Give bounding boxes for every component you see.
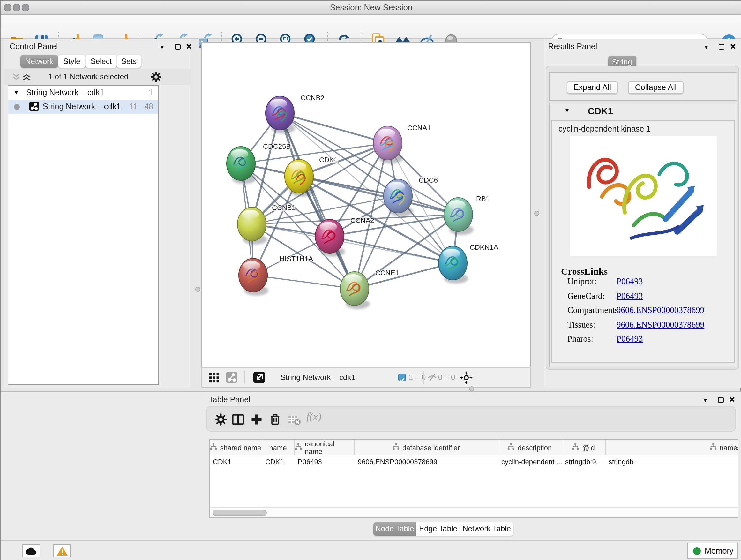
fit-selected-crosshair-icon[interactable]: [459, 371, 473, 384]
node-HIST1H1A[interactable]: HIST1H1A: [239, 255, 313, 296]
table-header-row: shared namenamecanonical namedatabase id…: [210, 440, 738, 455]
expand-all-button[interactable]: Expand All: [567, 81, 618, 94]
panel-close-icon[interactable]: ✕: [729, 42, 738, 51]
crosslink-link[interactable]: P06493: [616, 334, 643, 344]
node-CCNE1[interactable]: CCNE1: [340, 269, 399, 309]
column-header-@id[interactable]: @id: [562, 440, 605, 455]
network-options-gear-icon[interactable]: [151, 71, 161, 82]
network-node-count: 11: [130, 100, 138, 114]
node-CCNB2[interactable]: CCNB2: [265, 94, 324, 133]
network-canvas[interactable]: CCNB2CCNA1CDC25BCDK1CDC6RB1CCNB1CCNA2CDK…: [201, 42, 531, 367]
tab-node-table[interactable]: Node Table: [374, 522, 416, 536]
table-horizontal-scrollbar[interactable]: [210, 507, 738, 517]
tab-network[interactable]: Network: [20, 55, 58, 68]
edge[interactable]: [253, 275, 354, 289]
scrollbar-thumb[interactable]: [212, 509, 266, 516]
crosslink-value: P06493: [616, 276, 643, 287]
node-gloss: [242, 210, 259, 219]
selection-checkbox[interactable]: [398, 373, 406, 381]
node-card-header[interactable]: ▾ CDK1: [549, 104, 737, 120]
edges-layer: [241, 113, 458, 289]
show-columns-icon[interactable]: [232, 413, 245, 426]
cloud-button[interactable]: [22, 544, 40, 557]
column-header-description[interactable]: description: [498, 440, 562, 455]
panel-menu-icon[interactable]: ▾: [158, 43, 166, 52]
delete-table-icon[interactable]: [288, 413, 300, 426]
collection-count: 1: [149, 85, 153, 100]
column-header-canonical-name[interactable]: canonical name: [294, 440, 354, 455]
tab-select[interactable]: Select: [85, 55, 117, 68]
tab-network-table[interactable]: Network Table: [460, 522, 513, 536]
birds-eye-view-icon[interactable]: [208, 372, 219, 383]
crosslink-link[interactable]: 9606.ENSP00000378699: [616, 320, 704, 329]
crosslink-link[interactable]: 9606.ENSP00000378699: [616, 305, 704, 315]
crosslink-value: P06493: [616, 334, 643, 344]
table-cell[interactable]: cyclin-dependent ...: [498, 455, 562, 469]
table-cell[interactable]: stringdb: [605, 455, 738, 469]
table-cell[interactable]: CDK1: [262, 455, 294, 469]
node-RB1[interactable]: RB1: [444, 195, 489, 235]
table-panel-title: Table Panel: [209, 395, 251, 404]
delete-column-icon[interactable]: [269, 413, 281, 426]
column-header-shared-name[interactable]: shared name: [210, 440, 262, 455]
network-overview-icon[interactable]: [226, 372, 237, 383]
crosslink-link[interactable]: P06493: [616, 291, 643, 300]
network-collection-row[interactable]: ▾ String Network – cdk1 1: [8, 85, 158, 100]
table-cell[interactable]: 9606.ENSP00000378699: [354, 455, 498, 469]
collapse-all-button[interactable]: Collapse All: [628, 81, 684, 94]
network-row[interactable]: String Network – cdk1 11 48: [8, 100, 158, 114]
node-CDK1[interactable]: CDK1: [284, 156, 338, 197]
tab-edge-table[interactable]: Edge Table: [416, 522, 460, 536]
panel-float-icon[interactable]: [173, 43, 182, 52]
panel-close-icon[interactable]: ✕: [728, 395, 737, 404]
window-title: Session: New Session: [1, 3, 741, 12]
panel-menu-icon[interactable]: ▾: [701, 395, 710, 405]
function-builder-icon[interactable]: f(x): [307, 410, 321, 423]
column-label: database identifier: [402, 443, 460, 451]
collapse-all-tree-icon[interactable]: [12, 73, 20, 81]
string-results-container: Expand All Collapse All ▾ CDK1 cyclin-de…: [546, 66, 739, 370]
tab-style[interactable]: Style: [58, 55, 85, 68]
node-CCNA1[interactable]: CCNA1: [373, 124, 431, 164]
tab-sets[interactable]: Sets: [117, 55, 141, 68]
right-splitter-handle[interactable]: [534, 211, 539, 216]
bottom-splitter-handle[interactable]: [469, 386, 474, 391]
column-header-database-identifier[interactable]: database identifier: [354, 440, 498, 455]
memory-label: Memory: [704, 546, 733, 555]
node-gloss: [378, 129, 395, 138]
left-splitter-handle[interactable]: [195, 287, 200, 292]
node-gloss: [448, 200, 465, 210]
tree-expander-icon[interactable]: ▾: [15, 85, 18, 100]
table-row[interactable]: CDK1CDK1P064939606.ENSP00000378699cyclin…: [210, 455, 738, 469]
node-CDC6[interactable]: CDC6: [383, 176, 437, 216]
node-gloss: [388, 182, 405, 191]
create-column-icon[interactable]: [250, 413, 263, 426]
edge[interactable]: [280, 113, 387, 143]
collection-label: String Network – cdk1: [26, 85, 105, 100]
card-expander-icon[interactable]: ▾: [565, 107, 569, 114]
crosslink-link[interactable]: P06493: [616, 276, 643, 286]
open-in-window-icon[interactable]: [253, 372, 265, 383]
memory-button[interactable]: Memory: [687, 543, 738, 559]
control-panel: Control Panel ▾ ✕ NetworkStyleSelectSets…: [4, 39, 190, 387]
table-panel: Table Panel ▾ ✕: [1, 391, 741, 540]
panel-close-icon[interactable]: ✕: [185, 42, 193, 51]
column-header-namespace[interactable]: namespace: [605, 440, 738, 455]
node-CDKN1A[interactable]: CDKN1A: [438, 243, 498, 284]
panel-float-icon[interactable]: [717, 43, 726, 52]
warnings-button[interactable]: [53, 544, 71, 557]
table-cell[interactable]: P06493: [294, 455, 354, 469]
table-cell[interactable]: CDK1: [210, 455, 262, 469]
edge[interactable]: [354, 263, 453, 289]
node-CCNA2[interactable]: CCNA2: [315, 216, 374, 257]
node-label: CDKN1A: [469, 243, 498, 251]
node-label: HIST1H1A: [279, 255, 313, 263]
node-label: RB1: [476, 195, 489, 203]
panel-menu-icon[interactable]: ▾: [702, 43, 711, 52]
panel-float-icon[interactable]: [716, 395, 725, 405]
node-gloss: [443, 249, 460, 258]
column-header-name[interactable]: name: [262, 440, 294, 455]
table-options-gear-icon[interactable]: [214, 413, 227, 426]
crosslink-value: P06493: [616, 291, 643, 301]
table-cell[interactable]: stringdb:9...: [562, 455, 605, 469]
